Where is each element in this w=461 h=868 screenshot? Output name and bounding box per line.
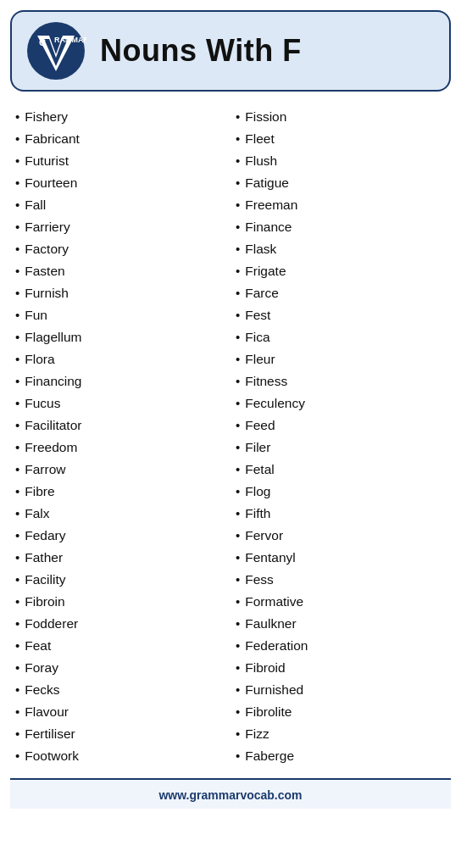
word: Filer [245, 437, 270, 458]
word: Fibrolite [245, 702, 292, 722]
list-item: •Furnished [234, 680, 447, 700]
list-item: •Flask [234, 239, 447, 259]
list-item: •Fishery [14, 107, 227, 127]
list-item: •Fervor [234, 526, 447, 546]
word: Feed [245, 415, 275, 436]
bullet: • [15, 107, 19, 126]
word: Flagellum [25, 327, 81, 348]
list-item: •Formative [234, 592, 447, 612]
word: Flora [25, 349, 54, 370]
list-item: •Fertiliser [14, 724, 227, 744]
word: Fibroin [25, 592, 64, 612]
word: Formative [245, 592, 303, 612]
word: Finance [245, 217, 292, 237]
bullet: • [236, 195, 240, 214]
list-item: •Faberge [234, 746, 447, 766]
word: Fun [25, 305, 47, 326]
list-item: •Fun [14, 305, 227, 326]
word: Fall [25, 195, 46, 215]
word: Flog [245, 481, 270, 502]
bullet: • [236, 526, 240, 545]
list-item: •Flush [234, 151, 447, 171]
list-item: •Fetal [234, 459, 447, 480]
list-item: •Falx [14, 504, 227, 524]
word: Fleet [245, 129, 274, 149]
bullet: • [15, 437, 19, 457]
bullet: • [15, 305, 19, 325]
list-item: •Factory [14, 239, 227, 259]
bullet: • [15, 702, 19, 721]
bullet: • [15, 658, 19, 677]
bullet: • [15, 283, 19, 303]
word: Financing [25, 371, 81, 392]
word: Fission [245, 107, 286, 127]
list-item: •Footwork [14, 746, 227, 766]
list-item: •Fatigue [234, 173, 447, 193]
list-item: •Flagellum [14, 327, 227, 348]
word: Flask [245, 239, 276, 259]
list-item: •Frigate [234, 261, 447, 281]
bullet: • [15, 217, 19, 236]
bullet: • [15, 614, 19, 633]
word: Faulkner [245, 614, 296, 634]
list-item: •Facility [14, 570, 227, 590]
list-item: •Flora [14, 349, 227, 370]
list-item: •Fentanyl [234, 548, 447, 568]
word: Farrow [25, 459, 65, 480]
list-item: •Fibroin [14, 592, 227, 612]
logo-icon: G RAMMARVOCAB [25, 20, 86, 81]
bullet: • [15, 129, 19, 148]
list-item: •Fleet [234, 129, 447, 149]
list-item: •Fess [234, 570, 447, 590]
word: Fucus [25, 393, 60, 414]
list-item: •Freeman [234, 195, 447, 215]
list-item: •Feat [14, 636, 227, 656]
bullet: • [15, 548, 19, 567]
word: Flavour [25, 702, 69, 722]
list-item: •Fodderer [14, 614, 227, 634]
list-item: •Filer [234, 437, 447, 458]
list-item: •Furnish [14, 283, 227, 303]
list-item: •Fibroid [234, 658, 447, 678]
word: Frigate [245, 261, 286, 281]
list-item: •Faulkner [234, 614, 447, 634]
bullet: • [236, 349, 240, 369]
word: Fifth [245, 504, 270, 524]
word: Feculency [245, 393, 305, 414]
footer: www.grammarvocab.com [10, 778, 451, 809]
word: Fourteen [25, 173, 77, 193]
bullet: • [236, 261, 240, 281]
list-item: •Fecks [14, 680, 227, 700]
bullet: • [15, 504, 19, 523]
word: Fest [245, 305, 270, 326]
list-item: •Farce [234, 283, 447, 303]
content-area: •Fishery•Fabricant•Futurist•Fourteen•Fal… [10, 107, 451, 766]
list-item: •Facilitator [14, 415, 227, 436]
word: Furnished [245, 680, 303, 700]
bullet: • [15, 636, 19, 655]
bullet: • [15, 261, 19, 281]
word: Foray [25, 658, 58, 678]
bullet: • [236, 481, 240, 501]
bullet: • [15, 459, 19, 479]
bullet: • [15, 239, 19, 259]
word: Footwork [25, 746, 79, 766]
list-item: •Feculency [234, 393, 447, 414]
word: Fetal [245, 459, 274, 480]
list-item: •Fission [234, 107, 447, 127]
word: Fishery [25, 107, 68, 127]
bullet: • [15, 526, 19, 545]
bullet: • [236, 504, 240, 523]
bullet: • [236, 636, 240, 655]
word: Facilitator [25, 415, 81, 436]
bullet: • [15, 570, 19, 589]
bullet: • [236, 327, 240, 347]
list-item: •Fedary [14, 526, 227, 546]
word: Feat [25, 636, 51, 656]
word: Federation [245, 636, 308, 656]
word: Falx [25, 504, 49, 524]
list-item: •Fica [234, 327, 447, 348]
bullet: • [15, 481, 19, 501]
bullet: • [236, 724, 240, 743]
bullet: • [236, 702, 240, 721]
